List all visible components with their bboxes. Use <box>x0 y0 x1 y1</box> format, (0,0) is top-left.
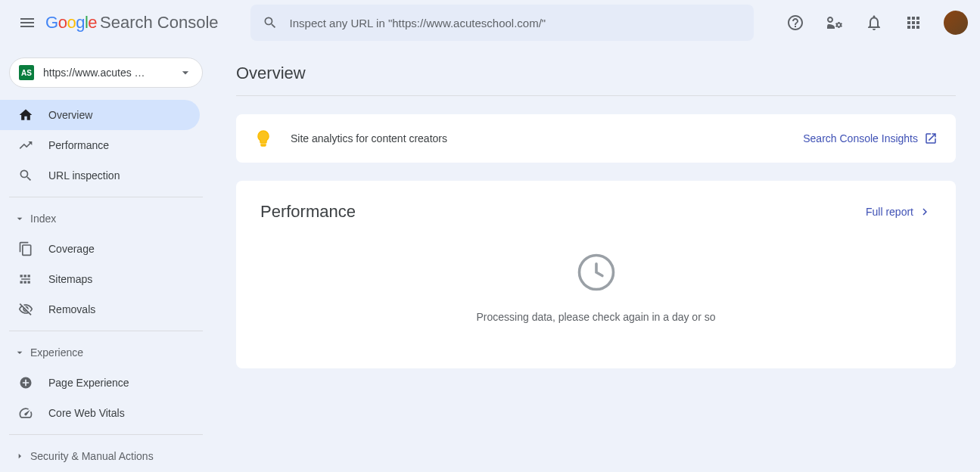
empty-message: Processing data, please check again in a… <box>477 311 716 323</box>
performance-title: Performance <box>260 202 356 222</box>
sidebar-item-label: URL inspection <box>48 169 120 182</box>
sidebar-item-performance[interactable]: Performance <box>0 130 200 160</box>
chevron-down-icon <box>12 213 27 225</box>
sidebar-item-overview[interactable]: Overview <box>0 100 200 130</box>
user-settings-button[interactable] <box>820 8 850 38</box>
search-icon <box>18 168 36 183</box>
pages-icon <box>18 241 36 256</box>
property-favicon: AS <box>19 65 34 80</box>
apps-button[interactable] <box>898 8 929 38</box>
hamburger-icon <box>18 14 36 32</box>
notifications-button[interactable] <box>859 8 889 38</box>
sidebar-item-label: Performance <box>48 139 109 151</box>
clock-icon <box>576 252 617 293</box>
performance-empty-state: Processing data, please check again in a… <box>260 252 932 323</box>
search-input[interactable] <box>290 17 742 30</box>
circle-plus-icon <box>18 375 36 390</box>
section-index[interactable]: Index <box>0 203 212 234</box>
lightbulb-icon <box>254 129 272 148</box>
main-content: Overview Site analytics for content crea… <box>212 45 980 472</box>
section-security[interactable]: Security & Manual Actions <box>0 441 212 471</box>
insight-text: Site analytics for content creators <box>291 132 803 144</box>
divider <box>9 331 203 331</box>
search-bar[interactable] <box>250 5 754 41</box>
sidebar-item-removals[interactable]: Removals <box>0 294 200 324</box>
sidebar-item-core-web-vitals[interactable]: Core Web Vitals <box>0 398 200 428</box>
divider <box>9 197 203 197</box>
sidebar-item-label: Overview <box>48 109 92 121</box>
full-report-label: Full report <box>866 206 913 218</box>
section-label: Security & Manual Actions <box>30 450 154 462</box>
avatar[interactable] <box>944 11 968 35</box>
home-icon <box>18 107 36 123</box>
sidebar-item-label: Removals <box>48 303 95 315</box>
insights-link[interactable]: Search Console Insights <box>803 132 938 145</box>
sidebar-item-label: Page Experience <box>48 377 129 389</box>
page-title: Overview <box>236 64 956 96</box>
google-logo: Google <box>45 13 97 33</box>
insights-link-label: Search Console Insights <box>803 132 918 144</box>
sidebar-item-sitemaps[interactable]: Sitemaps <box>0 264 200 294</box>
trending-icon <box>18 138 36 153</box>
chevron-right-icon <box>918 205 932 219</box>
performance-card: Performance Full report Processing data,… <box>236 181 956 368</box>
speed-icon <box>18 405 36 421</box>
logo[interactable]: Google Search Console <box>45 13 219 33</box>
insights-card: Site analytics for content creators Sear… <box>236 114 956 163</box>
sitemap-icon <box>18 272 36 287</box>
apps-grid-icon <box>904 14 922 32</box>
help-icon <box>786 14 804 32</box>
chevron-down-icon <box>12 346 27 359</box>
bell-icon <box>865 14 883 32</box>
section-experience[interactable]: Experience <box>0 337 212 368</box>
sidebar-item-page-experience[interactable]: Page Experience <box>0 368 200 398</box>
visibility-off-icon <box>18 302 36 317</box>
sidebar-item-coverage[interactable]: Coverage <box>0 234 200 264</box>
section-label: Experience <box>30 346 83 359</box>
menu-button[interactable] <box>12 8 42 38</box>
dropdown-icon <box>178 65 193 80</box>
sidebar-item-url-inspection[interactable]: URL inspection <box>0 160 200 191</box>
divider <box>9 434 203 435</box>
section-label: Index <box>30 213 56 225</box>
property-selector[interactable]: AS https://www.acutes … <box>9 57 203 88</box>
chevron-right-icon <box>12 450 27 462</box>
help-button[interactable] <box>780 8 810 38</box>
sidebar-item-label: Sitemaps <box>48 273 92 285</box>
logo-suffix: Search Console <box>100 13 219 33</box>
sidebar-item-label: Coverage <box>48 243 95 255</box>
sidebar-item-label: Core Web Vitals <box>48 407 125 419</box>
person-gear-icon <box>826 14 844 32</box>
full-report-link[interactable]: Full report <box>866 205 932 219</box>
sidebar: AS https://www.acutes … Overview Perform… <box>0 45 212 472</box>
search-icon <box>263 15 278 30</box>
external-link-icon <box>924 132 938 145</box>
property-label: https://www.acutes … <box>43 67 178 79</box>
